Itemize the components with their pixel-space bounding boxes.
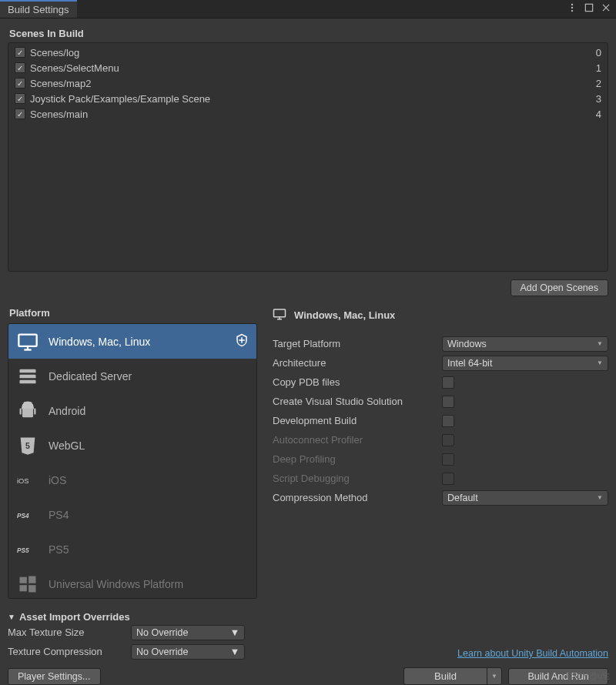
svg-rect-9 — [20, 369, 36, 373]
scene-row[interactable]: ✓ Scenes/map2 2 — [8, 75, 608, 91]
svg-rect-19 — [20, 576, 27, 583]
svg-rect-21 — [20, 585, 27, 591]
scene-path: Scenes/main — [30, 109, 88, 120]
android-icon — [16, 399, 39, 423]
autoconnect-profiler-label: Autoconnect Profiler — [273, 434, 442, 446]
autoconnect-profiler-checkbox — [442, 434, 454, 446]
dev-build-label: Development Build — [273, 415, 442, 426]
svg-point-1 — [571, 7, 573, 8]
platform-item[interactable]: PS5 PS5 — [8, 532, 256, 566]
build-split-button[interactable]: Build ▼ — [403, 667, 502, 685]
close-icon[interactable] — [601, 2, 611, 15]
platform-list[interactable]: Windows, Mac, Linux Dedicated Server And… — [8, 323, 257, 599]
scene-checkbox[interactable]: ✓ — [15, 93, 25, 104]
scene-index: 1 — [596, 62, 601, 74]
architecture-select[interactable]: Intel 64-bit▼ — [442, 356, 608, 371]
scene-path: Scenes/SelectMenu — [30, 62, 119, 74]
copy-pdb-checkbox[interactable] — [442, 376, 454, 389]
player-settings-button[interactable]: Player Settings... — [8, 668, 101, 685]
platform-item[interactable]: 5 WebGL — [8, 428, 256, 463]
svg-rect-23 — [274, 309, 286, 317]
svg-rect-20 — [28, 576, 35, 583]
scene-index: 0 — [596, 47, 601, 58]
scene-path: Joystick Pack/Examples/Example Scene — [30, 93, 210, 105]
scene-path: Scenes/map2 — [30, 78, 92, 89]
platform-item[interactable]: Android — [8, 393, 256, 428]
window-controls — [567, 2, 616, 15]
architecture-label: Architecture — [273, 357, 442, 369]
scene-row[interactable]: ✓ Joystick Pack/Examples/Example Scene 3 — [8, 91, 608, 106]
scene-row[interactable]: ✓ Scenes/log 0 — [8, 45, 608, 60]
add-open-scenes-button[interactable]: Add Open Scenes — [511, 279, 608, 296]
watermark: CSDN @u宅 — [566, 671, 610, 682]
window-titlebar: Build Settings — [0, 0, 616, 18]
kebab-menu-icon[interactable] — [567, 2, 578, 15]
scene-checkbox[interactable]: ✓ — [15, 109, 25, 119]
svg-rect-10 — [20, 374, 36, 378]
target-platform-select[interactable]: Windows▼ — [442, 336, 608, 352]
maximize-icon[interactable] — [584, 2, 594, 15]
script-debugging-checkbox — [442, 473, 454, 485]
svg-text:PS5: PS5 — [17, 546, 29, 553]
texture-compression-select[interactable]: No Override▼ — [131, 644, 245, 660]
asset-import-overrides-title[interactable]: ▼ Asset Import Overrides — [8, 611, 257, 623]
svg-point-2 — [571, 10, 573, 12]
platform-item-label: Universal Windows Platform — [49, 578, 249, 590]
copy-pdb-label: Copy PDB files — [273, 376, 442, 388]
script-debugging-label: Script Debugging — [273, 473, 442, 484]
scene-row[interactable]: ✓ Scenes/main 4 — [8, 106, 608, 122]
create-vs-checkbox[interactable] — [442, 396, 454, 408]
chevron-down-icon: ▼ — [597, 340, 603, 347]
chevron-down-icon: ▼ — [230, 647, 239, 657]
ios-icon: iOS — [16, 469, 39, 492]
platform-item[interactable]: Dedicated Server — [8, 359, 256, 393]
uwp-icon — [16, 573, 39, 596]
svg-rect-12 — [22, 408, 33, 417]
window-title-tab[interactable]: Build Settings — [0, 0, 77, 18]
svg-point-0 — [571, 4, 573, 5]
svg-rect-13 — [20, 408, 22, 414]
deep-profiling-label: Deep Profiling — [273, 453, 442, 465]
deep-profiling-checkbox — [442, 453, 454, 466]
build-dropdown-icon[interactable]: ▼ — [487, 667, 502, 685]
scene-checkbox[interactable]: ✓ — [15, 78, 25, 89]
dev-build-checkbox[interactable] — [442, 415, 454, 427]
platform-item-label: iOS — [49, 474, 249, 486]
platform-item[interactable]: PS4 PS4 — [8, 497, 256, 532]
platform-item-label: Dedicated Server — [49, 370, 249, 383]
scene-index: 2 — [596, 78, 601, 89]
platform-item-label: WebGL — [49, 439, 249, 452]
learn-automation-link[interactable]: Learn about Unity Build Automation — [457, 648, 608, 659]
scene-index: 4 — [596, 109, 601, 120]
svg-rect-11 — [20, 379, 36, 383]
chevron-down-icon: ▼ — [230, 627, 239, 638]
svg-rect-3 — [585, 4, 592, 11]
build-button[interactable]: Build — [403, 667, 487, 685]
compression-method-label: Compression Method — [273, 492, 442, 503]
unity-badge-icon — [235, 333, 249, 349]
svg-rect-14 — [34, 408, 35, 414]
platform-item[interactable]: Windows, Mac, Linux — [8, 324, 256, 359]
compression-method-select[interactable]: Default▼ — [442, 490, 608, 506]
foldout-icon: ▼ — [8, 613, 15, 621]
svg-text:5: 5 — [25, 440, 30, 449]
platform-item-label: Windows, Mac, Linux — [49, 336, 226, 348]
server-icon — [16, 365, 39, 388]
svg-rect-22 — [28, 585, 35, 592]
target-platform-label: Target Platform — [273, 338, 442, 349]
scenes-list[interactable]: ✓ Scenes/log 0✓ Scenes/SelectMenu 1✓ Sce… — [8, 42, 608, 272]
platform-title: Platform — [9, 307, 257, 319]
chevron-down-icon: ▼ — [597, 494, 603, 501]
platform-item[interactable]: iOS iOS — [8, 463, 256, 497]
monitor-icon — [273, 307, 286, 323]
svg-text:PS4: PS4 — [17, 512, 29, 519]
texture-compression-label: Texture Compression — [8, 646, 131, 657]
ps5-icon: PS5 — [16, 538, 39, 561]
max-texture-size-select[interactable]: No Override▼ — [131, 625, 245, 640]
platform-details-heading: Windows, Mac, Linux — [273, 307, 608, 323]
platform-item[interactable]: Universal Windows Platform — [8, 566, 256, 599]
scene-row[interactable]: ✓ Scenes/SelectMenu 1 — [8, 60, 608, 75]
scene-checkbox[interactable]: ✓ — [15, 62, 25, 73]
scene-checkbox[interactable]: ✓ — [15, 47, 25, 58]
max-texture-size-label: Max Texture Size — [8, 627, 131, 638]
